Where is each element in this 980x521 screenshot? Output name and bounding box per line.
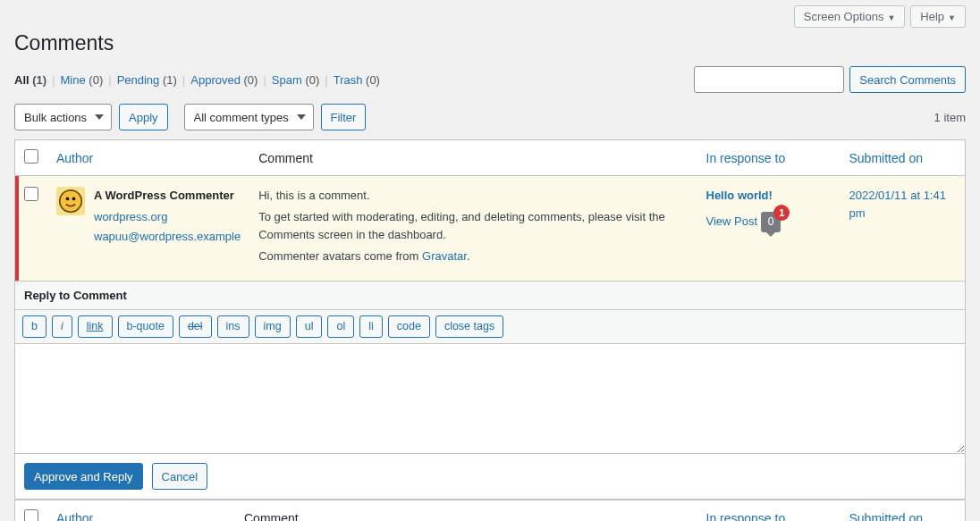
quicktags-toolbar: b i link b-quote del ins img ul ol li co…	[15, 310, 965, 345]
col-date-bottom[interactable]: Submitted on	[849, 511, 924, 521]
chevron-down-icon: ▼	[948, 13, 956, 22]
comments-table: Author Comment In response to Submitted …	[14, 139, 966, 282]
filter-spam[interactable]: Spam (0)	[272, 73, 319, 87]
qt-code[interactable]: code	[388, 315, 430, 339]
gravatar-link[interactable]: Gravatar	[422, 249, 467, 263]
qt-close[interactable]: close tags	[435, 315, 503, 339]
pending-badge: 1	[773, 205, 790, 221]
col-response[interactable]: In response to	[706, 151, 786, 165]
comment-type-select[interactable]: All comment types	[184, 104, 314, 130]
help-label: Help	[920, 10, 944, 23]
cancel-reply-button[interactable]: Cancel	[152, 463, 207, 490]
qt-del[interactable]: del	[179, 315, 212, 339]
reply-textarea[interactable]	[15, 344, 965, 453]
table-row: A WordPress Commenter wordpress.org wapu…	[15, 176, 966, 282]
page-title: Comments	[14, 28, 966, 66]
qt-li[interactable]: li	[359, 315, 383, 339]
reply-box: Reply to Comment b i link b-quote del in…	[14, 282, 966, 500]
filter-mine[interactable]: Mine (0)	[61, 73, 104, 87]
qt-ul[interactable]: ul	[296, 315, 323, 339]
response-post-link[interactable]: Hello world!	[706, 189, 773, 202]
svg-point-0	[60, 190, 82, 213]
col-response-bottom[interactable]: In response to	[706, 511, 786, 521]
select-all-checkbox-bottom[interactable]	[24, 509, 38, 521]
qt-link[interactable]: link	[78, 315, 113, 339]
bulk-actions-select[interactable]: Bulk actions	[14, 104, 112, 130]
help-button[interactable]: Help ▼	[910, 5, 966, 28]
filter-all[interactable]: All (1)	[14, 73, 46, 87]
comments-table-footer: Author Comment In response to Submitted …	[14, 500, 966, 521]
screen-options-button[interactable]: Screen Options ▼	[794, 5, 906, 28]
col-date[interactable]: Submitted on	[849, 151, 924, 165]
qt-italic[interactable]: i	[52, 315, 72, 339]
qt-ins[interactable]: ins	[217, 315, 249, 339]
svg-point-2	[72, 197, 76, 200]
filter-button[interactable]: Filter	[321, 104, 367, 130]
col-author-bottom[interactable]: Author	[56, 511, 93, 521]
author-email-link[interactable]: wapuu@wordpress.example	[94, 228, 241, 246]
col-comment: Comment	[249, 140, 697, 176]
submitted-date-link[interactable]: 2022/01/11 at 1:41 pm	[849, 189, 946, 220]
avatar	[56, 187, 85, 215]
reply-title: Reply to Comment	[15, 282, 965, 310]
search-input[interactable]	[694, 66, 844, 93]
search-button[interactable]: Search Comments	[849, 66, 966, 93]
qt-bold[interactable]: b	[22, 315, 46, 339]
author-url-link[interactable]: wordpress.org	[94, 208, 241, 226]
author-name: A WordPress Commenter	[94, 187, 241, 205]
wapuu-icon	[58, 189, 83, 214]
qt-img[interactable]: img	[255, 315, 291, 339]
bulk-apply-button[interactable]: Apply	[119, 104, 168, 130]
qt-ol[interactable]: ol	[327, 315, 354, 339]
svg-point-1	[66, 197, 70, 200]
comment-body: Hi, this is a comment. To get started wi…	[258, 187, 688, 266]
status-filter-tabs: All (1)| Mine (0)| Pending (1)| Approved…	[14, 73, 380, 87]
screen-options-label: Screen Options	[804, 10, 884, 23]
qt-bquote[interactable]: b-quote	[118, 315, 173, 339]
filter-trash[interactable]: Trash (0)	[334, 73, 380, 87]
filter-approved[interactable]: Approved (0)	[190, 73, 258, 87]
approve-and-reply-button[interactable]: Approve and Reply	[24, 463, 143, 490]
col-comment-bottom: Comment	[235, 500, 697, 521]
filter-pending[interactable]: Pending (1)	[117, 73, 177, 87]
item-count: 1 item	[934, 111, 966, 124]
view-post-link[interactable]: View Post	[706, 214, 758, 228]
comment-count-bubble[interactable]: 0 1	[761, 212, 781, 232]
col-author[interactable]: Author	[56, 151, 93, 165]
chevron-down-icon: ▼	[887, 13, 895, 22]
select-all-checkbox[interactable]	[24, 149, 38, 164]
row-checkbox[interactable]	[24, 187, 38, 201]
